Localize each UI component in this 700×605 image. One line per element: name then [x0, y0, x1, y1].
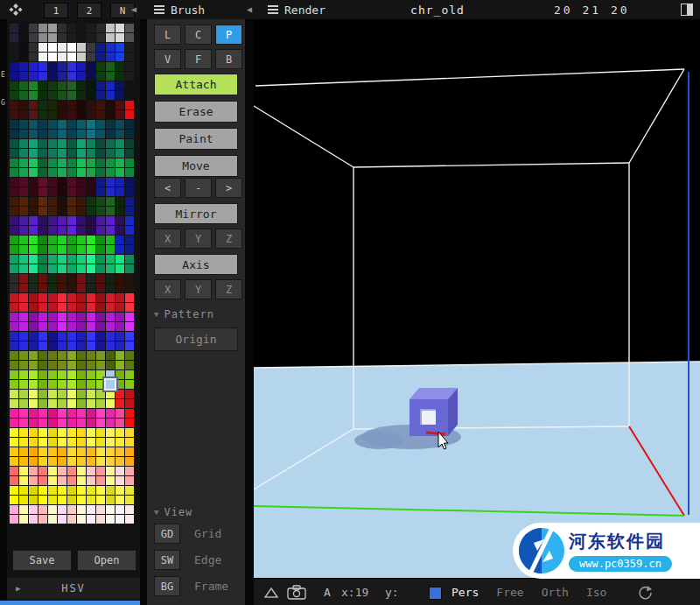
- palette-swatch[interactable]: [116, 245, 124, 254]
- palette-swatch[interactable]: [106, 72, 115, 81]
- palette-swatch[interactable]: [77, 313, 86, 321]
- palette-swatch[interactable]: [106, 438, 115, 447]
- palette-swatch[interactable]: [38, 33, 47, 42]
- palette-swatch[interactable]: [106, 168, 115, 177]
- palette-swatch[interactable]: [116, 390, 124, 398]
- palette-swatch[interactable]: [77, 486, 86, 495]
- palette-swatch[interactable]: [77, 91, 86, 100]
- palette-swatch[interactable]: [125, 72, 134, 81]
- palette-swatch[interactable]: [96, 361, 105, 369]
- palette-swatch[interactable]: [125, 120, 134, 129]
- palette-swatch[interactable]: [58, 24, 66, 32]
- page-button-2[interactable]: 2: [77, 3, 102, 18]
- palette-swatch[interactable]: [106, 332, 115, 341]
- palette-swatch[interactable]: [10, 236, 18, 244]
- palette-swatch[interactable]: [116, 110, 124, 119]
- palette-swatch[interactable]: [77, 43, 86, 52]
- palette-swatch[interactable]: [106, 245, 115, 254]
- palette-swatch[interactable]: [67, 380, 76, 389]
- palette-swatch[interactable]: [29, 81, 38, 90]
- origin-button[interactable]: Origin: [154, 327, 238, 351]
- palette-swatch[interactable]: [19, 149, 28, 158]
- palette-swatch[interactable]: [48, 476, 57, 485]
- palette-swatch[interactable]: [58, 409, 66, 418]
- palette-swatch[interactable]: [77, 24, 86, 32]
- palette-swatch[interactable]: [116, 409, 124, 418]
- palette-swatch[interactable]: [29, 245, 38, 254]
- palette-swatch[interactable]: [106, 303, 115, 312]
- view-option-grid[interactable]: Grid: [194, 527, 221, 540]
- palette-swatch[interactable]: [116, 399, 124, 408]
- palette-swatch[interactable]: [48, 236, 57, 244]
- palette-swatch[interactable]: [19, 245, 28, 254]
- palette-swatch[interactable]: [38, 486, 47, 495]
- palette-swatch[interactable]: [48, 447, 57, 456]
- palette-swatch[interactable]: [48, 486, 57, 495]
- palette-swatch[interactable]: [29, 236, 38, 244]
- palette-swatch[interactable]: [87, 284, 95, 292]
- palette-swatch[interactable]: [125, 380, 134, 389]
- palette-swatch[interactable]: [116, 341, 124, 350]
- palette-swatch[interactable]: [96, 81, 105, 90]
- palette-swatch[interactable]: [125, 139, 134, 148]
- palette-swatch[interactable]: [38, 101, 47, 109]
- palette-swatch[interactable]: [116, 361, 124, 369]
- palette-swatch[interactable]: [58, 91, 66, 100]
- palette-swatch[interactable]: [38, 62, 47, 71]
- palette-swatch[interactable]: [125, 101, 134, 109]
- palette-swatch[interactable]: [19, 207, 28, 215]
- palette-swatch[interactable]: [77, 476, 86, 485]
- axis-button[interactable]: Axis: [154, 254, 238, 275]
- palette-swatch[interactable]: [38, 81, 47, 90]
- action-attach-button[interactable]: Attach: [154, 74, 238, 95]
- palette-swatch[interactable]: [58, 101, 66, 109]
- palette-swatch[interactable]: [10, 120, 18, 129]
- palette-swatch[interactable]: [116, 120, 124, 129]
- palette-swatch[interactable]: [116, 53, 124, 61]
- palette-swatch[interactable]: [19, 158, 28, 167]
- axis-axis-y[interactable]: Y: [185, 279, 212, 299]
- palette-swatch[interactable]: [77, 81, 86, 90]
- palette-swatch[interactable]: [38, 158, 47, 167]
- palette-swatch[interactable]: [58, 264, 66, 273]
- app-diamonds-icon[interactable]: [9, 3, 23, 17]
- palette-swatch[interactable]: [58, 390, 66, 398]
- palette-swatch[interactable]: [38, 255, 47, 264]
- action-erase-button[interactable]: Erase: [154, 101, 238, 123]
- palette-swatch[interactable]: [10, 207, 18, 215]
- palette-swatch[interactable]: [106, 216, 115, 225]
- palette-swatch[interactable]: [96, 341, 105, 350]
- palette-swatch[interactable]: [106, 284, 115, 292]
- palette-swatch[interactable]: [19, 255, 28, 264]
- palette-swatch[interactable]: [19, 139, 28, 148]
- palette-swatch[interactable]: [38, 226, 47, 235]
- palette-swatch[interactable]: [48, 505, 57, 514]
- palette-swatch[interactable]: [58, 505, 66, 514]
- collapse-brush-icon[interactable]: ◀: [247, 4, 252, 14]
- palette-swatch[interactable]: [29, 130, 38, 138]
- palette-swatch[interactable]: [77, 72, 86, 81]
- palette-swatch[interactable]: [106, 476, 115, 485]
- palette-swatch[interactable]: [77, 515, 86, 524]
- palette-swatch[interactable]: [116, 313, 124, 321]
- voxel-model[interactable]: [410, 388, 458, 436]
- palette-swatch[interactable]: [125, 236, 134, 244]
- palette-swatch[interactable]: [67, 178, 76, 186]
- palette-swatch[interactable]: [106, 110, 115, 119]
- palette-swatch[interactable]: [38, 216, 47, 225]
- palette-swatch[interactable]: [106, 53, 115, 61]
- palette-swatch[interactable]: [87, 486, 95, 495]
- palette-swatch[interactable]: [29, 62, 38, 71]
- palette-swatch[interactable]: [10, 428, 18, 437]
- palette-swatch[interactable]: [96, 515, 105, 524]
- palette-swatch[interactable]: [29, 255, 38, 264]
- palette-swatch[interactable]: [38, 390, 47, 398]
- palette-swatch[interactable]: [116, 255, 124, 264]
- palette-swatch[interactable]: [77, 351, 86, 360]
- palette-swatch[interactable]: [106, 293, 115, 302]
- palette-swatch[interactable]: [29, 158, 38, 167]
- palette-swatch[interactable]: [10, 284, 18, 292]
- palette-swatch[interactable]: [116, 419, 124, 427]
- palette-swatch[interactable]: [67, 24, 76, 32]
- palette-swatch[interactable]: [106, 515, 115, 524]
